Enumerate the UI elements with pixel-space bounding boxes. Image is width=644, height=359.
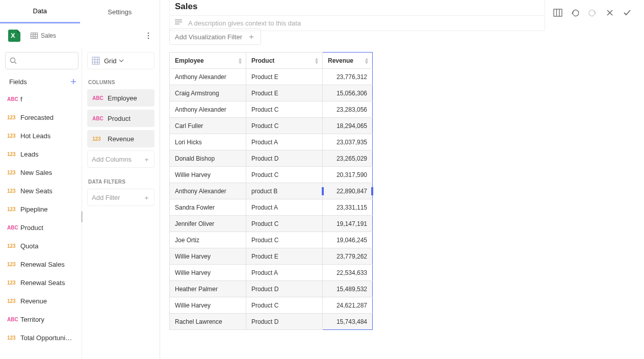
redo-button[interactable] — [585, 5, 600, 20]
cell-employee[interactable]: Anthony Alexander — [170, 69, 246, 85]
field-search-input[interactable] — [5, 52, 79, 69]
cell-employee[interactable]: Lori Hicks — [170, 134, 246, 150]
add-filter-button[interactable]: Add Filter ＋ — [87, 189, 154, 206]
table-row[interactable]: Willie HarveyProduct E23,779,262 — [170, 248, 373, 265]
table-row[interactable]: Anthony Alexanderproduct B22,890,847 — [170, 183, 373, 199]
cell-revenue[interactable]: 19,147,191 — [323, 216, 373, 232]
table-row[interactable]: Jennifer OliverProduct C19,147,191 — [170, 216, 373, 232]
visualization-title-input[interactable]: Sales — [169, 0, 545, 16]
splitter-handle[interactable] — [81, 211, 83, 222]
field-item[interactable]: 123Forecasted — [6, 108, 82, 126]
cell-product[interactable]: Product E — [246, 248, 323, 265]
cell-employee[interactable]: Joe Ortiz — [170, 232, 246, 248]
cell-product[interactable]: Product C — [246, 216, 323, 232]
column-pill[interactable]: ABCProduct — [87, 110, 154, 127]
cell-product[interactable]: Product E — [246, 69, 323, 85]
table-row[interactable]: Craig ArmstrongProduct E15,056,306 — [170, 85, 373, 101]
field-item[interactable]: 123Quota — [6, 237, 82, 255]
table-row[interactable]: Willie HarveyProduct A22,534,633 — [170, 265, 373, 281]
cell-employee[interactable]: Willie Harvey — [170, 265, 246, 281]
cell-revenue[interactable]: 23,331,115 — [323, 199, 373, 216]
cell-revenue[interactable]: 18,294,065 — [323, 118, 373, 134]
cell-revenue[interactable]: 19,046,245 — [323, 232, 373, 248]
undo-button[interactable] — [568, 5, 583, 20]
field-item[interactable]: 123Renewal Seats — [6, 273, 82, 292]
cell-revenue[interactable]: 15,489,532 — [323, 281, 373, 297]
cell-revenue[interactable]: 23,779,262 — [323, 248, 373, 265]
table-row[interactable]: Joe OrtizProduct C19,046,245 — [170, 232, 373, 248]
cell-product[interactable]: Product D — [246, 281, 323, 297]
sort-icon[interactable]: ▲▼ — [364, 57, 369, 64]
source-more-icon[interactable] — [142, 30, 154, 42]
cell-product[interactable]: Product A — [246, 199, 323, 216]
column-pill[interactable]: ABCEmployee — [87, 89, 154, 107]
cell-employee[interactable]: Craig Armstrong — [170, 85, 246, 101]
cell-employee[interactable]: Anthony Alexander — [170, 183, 246, 199]
close-button[interactable] — [602, 5, 617, 20]
field-item[interactable]: ABCProduct — [6, 218, 82, 237]
table-row[interactable]: Anthony AlexanderProduct E23,776,312 — [170, 69, 373, 85]
table-row[interactable]: Donald BishopProduct D23,265,029 — [170, 150, 373, 167]
field-item[interactable]: ABCTerritory — [6, 310, 82, 328]
layout-icon[interactable] — [550, 5, 565, 20]
cell-revenue[interactable]: 22,890,847 — [323, 183, 373, 199]
table-row[interactable]: Willie HarveyProduct C24,621,287 — [170, 297, 373, 314]
cell-employee[interactable]: Donald Bishop — [170, 150, 246, 167]
cell-product[interactable]: Product E — [246, 85, 323, 101]
cell-employee[interactable]: Anthony Alexander — [170, 101, 246, 118]
field-item[interactable]: 123Leads — [6, 145, 82, 163]
sort-icon[interactable]: ▲▼ — [314, 57, 319, 64]
cell-revenue[interactable]: 23,037,935 — [323, 134, 373, 150]
cell-employee[interactable]: Willie Harvey — [170, 297, 246, 314]
cell-product[interactable]: Product A — [246, 134, 323, 150]
cell-revenue[interactable]: 15,743,484 — [323, 314, 373, 330]
field-item[interactable]: 123New Seats — [6, 182, 82, 200]
cell-revenue[interactable]: 24,621,287 — [323, 297, 373, 314]
field-item[interactable]: 123Revenue — [6, 292, 82, 310]
add-field-button[interactable] — [68, 76, 79, 87]
cell-revenue[interactable]: 23,283,056 — [323, 101, 373, 118]
cell-product[interactable]: Product D — [246, 314, 323, 330]
tab-data[interactable]: Data — [0, 0, 80, 23]
cell-product[interactable]: Product C — [246, 167, 323, 183]
table-row[interactable]: Carl FullerProduct C18,294,065 — [170, 118, 373, 134]
column-header-product[interactable]: Product ▲▼ — [246, 53, 323, 69]
visualization-picker[interactable]: Grid — [87, 52, 154, 69]
cell-revenue[interactable]: 20,317,590 — [323, 167, 373, 183]
cell-product[interactable]: Product C — [246, 118, 323, 134]
cell-employee[interactable]: Carl Fuller — [170, 118, 246, 134]
table-row[interactable]: Rachel LawrenceProduct D15,743,484 — [170, 314, 373, 330]
column-header-employee[interactable]: Employee ▲▼ — [170, 53, 246, 69]
cell-product[interactable]: Product C — [246, 232, 323, 248]
field-item[interactable]: ABCf — [6, 90, 82, 108]
cell-product[interactable]: Product C — [246, 297, 323, 314]
cell-employee[interactable]: Willie Harvey — [170, 248, 246, 265]
cell-employee[interactable]: Rachel Lawrence — [170, 314, 246, 330]
column-header-revenue[interactable]: Revenue ▲▼ — [323, 53, 373, 69]
column-pill[interactable]: 123Revenue — [87, 130, 154, 147]
cell-product[interactable]: Product C — [246, 101, 323, 118]
cell-employee[interactable]: Willie Harvey — [170, 167, 246, 183]
cell-product[interactable]: Product D — [246, 150, 323, 167]
field-item[interactable]: 123New Sales — [6, 163, 82, 182]
cell-revenue[interactable]: 23,776,312 — [323, 69, 373, 85]
add-columns-button[interactable]: Add Columns ＋ — [87, 150, 154, 168]
field-item[interactable]: 123Pipepline — [6, 200, 82, 218]
sheet-name[interactable]: Sales — [41, 32, 56, 39]
table-row[interactable]: Willie HarveyProduct C20,317,590 — [170, 167, 373, 183]
field-item[interactable]: 123Total Opportuni… — [6, 328, 82, 347]
selection-handle[interactable] — [322, 187, 324, 195]
table-row[interactable]: Anthony AlexanderProduct C23,283,056 — [170, 101, 373, 118]
table-row[interactable]: Heather PalmerProduct D15,489,532 — [170, 281, 373, 297]
table-row[interactable]: Sandra FowlerProduct A23,331,115 — [170, 199, 373, 216]
field-item[interactable]: 123Renewal Sales — [6, 255, 82, 273]
table-row[interactable]: Lori HicksProduct A23,037,935 — [170, 134, 373, 150]
cell-product[interactable]: Product A — [246, 265, 323, 281]
cell-employee[interactable]: Sandra Fowler — [170, 199, 246, 216]
field-item[interactable]: 123Hot Leads — [6, 126, 82, 145]
cell-revenue[interactable]: 15,056,306 — [323, 85, 373, 101]
cell-employee[interactable]: Jennifer Oliver — [170, 216, 246, 232]
confirm-button[interactable] — [620, 5, 635, 20]
cell-product[interactable]: product B — [246, 183, 323, 199]
cell-revenue[interactable]: 23,265,029 — [323, 150, 373, 167]
